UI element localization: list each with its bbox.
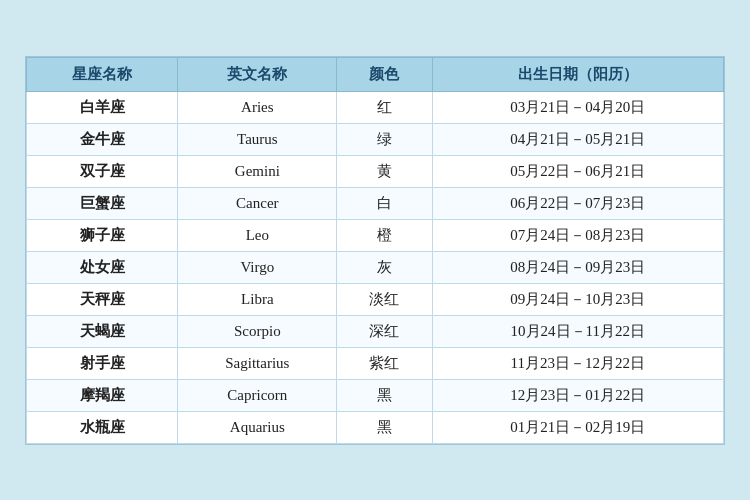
table-cell: 05月22日－06月21日 [432, 155, 723, 187]
table-row: 金牛座Taurus绿04月21日－05月21日 [27, 123, 724, 155]
table-cell: Aries [178, 91, 337, 123]
table-header-cell: 星座名称 [27, 57, 178, 91]
table-row: 水瓶座Aquarius黑01月21日－02月19日 [27, 411, 724, 443]
table-header-cell: 英文名称 [178, 57, 337, 91]
table-cell: 红 [337, 91, 432, 123]
table-cell: 黑 [337, 411, 432, 443]
table-header-row: 星座名称英文名称颜色出生日期（阳历） [27, 57, 724, 91]
table-cell: 白 [337, 187, 432, 219]
table-cell: Leo [178, 219, 337, 251]
table-cell: 狮子座 [27, 219, 178, 251]
table-cell: 水瓶座 [27, 411, 178, 443]
table-row: 天蝎座Scorpio深红10月24日－11月22日 [27, 315, 724, 347]
table-cell: 紫红 [337, 347, 432, 379]
zodiac-table-wrapper: 星座名称英文名称颜色出生日期（阳历） 白羊座Aries红03月21日－04月20… [25, 56, 725, 445]
table-cell: 天秤座 [27, 283, 178, 315]
table-cell: 07月24日－08月23日 [432, 219, 723, 251]
table-row: 狮子座Leo橙07月24日－08月23日 [27, 219, 724, 251]
table-cell: Capricorn [178, 379, 337, 411]
table-cell: Virgo [178, 251, 337, 283]
table-cell: 12月23日－01月22日 [432, 379, 723, 411]
table-row: 处女座Virgo灰08月24日－09月23日 [27, 251, 724, 283]
table-cell: 金牛座 [27, 123, 178, 155]
table-cell: 绿 [337, 123, 432, 155]
table-cell: Sagittarius [178, 347, 337, 379]
table-row: 白羊座Aries红03月21日－04月20日 [27, 91, 724, 123]
table-cell: 10月24日－11月22日 [432, 315, 723, 347]
table-cell: 双子座 [27, 155, 178, 187]
table-cell: 04月21日－05月21日 [432, 123, 723, 155]
table-cell: 01月21日－02月19日 [432, 411, 723, 443]
table-cell: 09月24日－10月23日 [432, 283, 723, 315]
table-cell: Taurus [178, 123, 337, 155]
table-cell: 深红 [337, 315, 432, 347]
table-header-cell: 颜色 [337, 57, 432, 91]
table-cell: 处女座 [27, 251, 178, 283]
table-cell: 白羊座 [27, 91, 178, 123]
table-row: 天秤座Libra淡红09月24日－10月23日 [27, 283, 724, 315]
table-cell: 黄 [337, 155, 432, 187]
table-row: 双子座Gemini黄05月22日－06月21日 [27, 155, 724, 187]
table-cell: 摩羯座 [27, 379, 178, 411]
table-cell: 11月23日－12月22日 [432, 347, 723, 379]
table-cell: 08月24日－09月23日 [432, 251, 723, 283]
table-row: 射手座Sagittarius紫红11月23日－12月22日 [27, 347, 724, 379]
table-cell: Aquarius [178, 411, 337, 443]
table-cell: 巨蟹座 [27, 187, 178, 219]
zodiac-table: 星座名称英文名称颜色出生日期（阳历） 白羊座Aries红03月21日－04月20… [26, 57, 724, 444]
table-cell: 天蝎座 [27, 315, 178, 347]
table-cell: Libra [178, 283, 337, 315]
table-cell: Gemini [178, 155, 337, 187]
table-cell: 射手座 [27, 347, 178, 379]
table-header-cell: 出生日期（阳历） [432, 57, 723, 91]
table-row: 巨蟹座Cancer白06月22日－07月23日 [27, 187, 724, 219]
table-cell: Cancer [178, 187, 337, 219]
table-cell: Scorpio [178, 315, 337, 347]
table-cell: 淡红 [337, 283, 432, 315]
table-cell: 橙 [337, 219, 432, 251]
table-row: 摩羯座Capricorn黑12月23日－01月22日 [27, 379, 724, 411]
table-cell: 灰 [337, 251, 432, 283]
table-cell: 06月22日－07月23日 [432, 187, 723, 219]
table-cell: 03月21日－04月20日 [432, 91, 723, 123]
table-cell: 黑 [337, 379, 432, 411]
